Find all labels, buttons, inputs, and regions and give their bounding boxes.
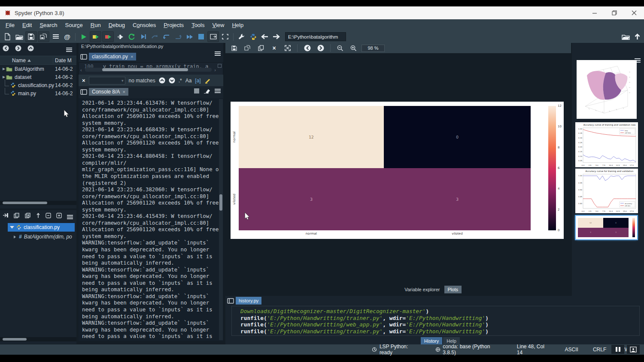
close-button[interactable] [624,6,644,19]
close-find-icon[interactable]: × [82,77,85,84]
find-next-button[interactable] [169,77,175,84]
stop-button[interactable] [196,32,207,42]
menu-item-view[interactable]: View [208,21,228,30]
eraser-icon[interactable] [204,88,210,94]
save-all-button[interactable] [38,31,49,42]
find-symbol-button[interactable]: @ [62,32,73,42]
tab-console-8a[interactable]: Console 8/A× [89,88,128,96]
menu-item-projects[interactable]: Projects [160,21,188,30]
editor-viewport[interactable]: 100y_train_nou = np.argmax(y_train, a ‹ … [79,62,223,76]
outline-collapse-button[interactable] [46,213,51,218]
debug-step-out-button[interactable] [173,32,183,42]
menu-item-source[interactable]: Source [61,21,87,30]
close-tab-icon[interactable]: × [122,89,125,94]
save-button[interactable] [25,31,37,42]
scroll-left-icon[interactable]: ‹ [80,67,82,72]
interrupt-kernel-icon[interactable] [194,88,199,94]
debug-step-button[interactable] [149,32,160,42]
back-arrow-button[interactable] [259,32,270,42]
outline-expand-button[interactable] [56,213,62,218]
forward-arrow-button[interactable] [271,32,282,42]
new-file-button[interactable] [2,32,13,42]
browse-tabs-icon[interactable] [80,89,87,95]
files-table-header[interactable]: Name Date M [0,56,76,65]
new-window-button[interactable] [207,31,219,42]
parent-directory-button[interactable] [634,33,641,40]
zoom-in-button[interactable] [348,43,359,53]
menu-item-edit[interactable]: Edit [18,21,36,30]
console-output[interactable]: 2021-06-14 23:23:44.613476: W tensorflow… [79,98,223,341]
menu-item-help[interactable]: Help [228,21,247,30]
preferences-button[interactable] [627,345,640,354]
run-cell-button[interactable] [90,31,101,42]
plots-remove-button[interactable]: × [269,43,279,53]
minimize-button[interactable] [585,6,605,19]
chevron-right-icon[interactable]: ▶ [2,67,6,71]
menu-item-search[interactable]: Search [36,21,61,30]
thumbnail-heatmap-selected[interactable]: 12033 [576,216,637,239]
plots-save-all-button[interactable] [242,43,253,53]
file-row-classification-py[interactable]: classification.py14-06-2 [0,81,76,89]
files-horizontal-scrollbar[interactable] [0,201,76,205]
find-input[interactable]: ▾ [89,77,125,84]
plots-save-button[interactable] [229,43,240,53]
zoom-out-button[interactable] [335,43,346,53]
files-back-button[interactable] [3,45,9,51]
menu-item-run[interactable]: Run [87,21,105,30]
python-env-icon[interactable] [248,32,258,42]
tab-plots[interactable]: Plots [444,286,462,293]
tools-wrench-icon[interactable] [236,32,247,42]
open-file-button[interactable] [14,32,24,42]
outline-copy-button[interactable] [14,213,20,218]
debug-step-in-button[interactable] [161,32,172,42]
menu-item-consoles[interactable]: Consoles [129,21,160,30]
highlight-matches-toggle[interactable] [204,78,210,84]
plots-copy-button[interactable] [255,43,266,53]
thumbnail-loss-curves[interactable]: Accuracy curve of traning and validation… [575,122,638,167]
working-directory-input[interactable]: E:\Python\batalgorithm [285,32,346,41]
outline-options-menu[interactable] [67,211,73,219]
previous-plot-button[interactable] [302,43,313,53]
file-row-main-py[interactable]: main.py14-06-2 [0,89,76,97]
menu-item-file[interactable]: File [2,21,18,30]
run-cell-advance-button[interactable] [102,31,114,42]
run-selection-button[interactable] [115,32,125,42]
outline-item-child[interactable]: # BatAlgorithm(dim, po [13,232,76,241]
tab-history-py[interactable]: history.py [236,297,261,305]
whole-words-toggle[interactable]: [a] [195,78,200,84]
tab-classification-py[interactable]: classification.py× [89,53,136,60]
files-header-date[interactable]: Date M [53,57,76,63]
outline-item-root[interactable]: classification.py [8,223,75,232]
debug-button[interactable] [138,32,149,42]
files-header-name[interactable]: Name [12,57,26,63]
console-options-menu[interactable] [215,90,221,91]
thumbnail-accuracy-curves[interactable]: Accuracy curve for traning and validatio… [575,169,638,213]
tab-variable-explorer[interactable]: Variable explorer [401,286,443,293]
regex-toggle[interactable]: .* [179,78,182,84]
file-row-dataset[interactable]: ▶dataset14-06-2 [0,73,76,81]
file-row-batalgorithm[interactable]: ▶BatAlgorithm14-06-2 [0,65,76,73]
outline-follow-button[interactable] [36,213,40,218]
browse-directory-button[interactable] [622,34,630,40]
outline-goto-cursor-button[interactable] [3,213,9,218]
editor-options-menu[interactable] [215,53,221,54]
browse-tabs-icon[interactable] [227,298,234,304]
pause-updates-button[interactable] [611,345,624,354]
outline-copy-add-button[interactable] [25,213,31,218]
outline-horizontal-scrollbar[interactable] [0,337,76,341]
menu-item-debug[interactable]: Debug [105,21,129,30]
console-vertical-scrollbar[interactable] [219,99,223,340]
dropdown-caret-icon[interactable]: ▾ [122,78,124,83]
debug-continue-button[interactable] [184,32,195,42]
files-options-menu[interactable] [66,44,72,52]
history-content[interactable]: Downloads/DigitRecognizer-master/DigitRe… [231,306,640,336]
case-sensitive-toggle[interactable]: Aa [185,78,192,84]
plots-fit-button[interactable] [282,43,293,53]
close-tab-icon[interactable]: × [131,54,133,59]
menu-item-tools[interactable]: Tools [188,21,208,30]
chevron-right-icon[interactable]: ▶ [2,75,6,79]
files-parent-button[interactable] [27,45,34,51]
rerun-button[interactable] [126,32,137,42]
find-previous-button[interactable] [159,77,165,84]
run-button[interactable] [78,32,89,42]
